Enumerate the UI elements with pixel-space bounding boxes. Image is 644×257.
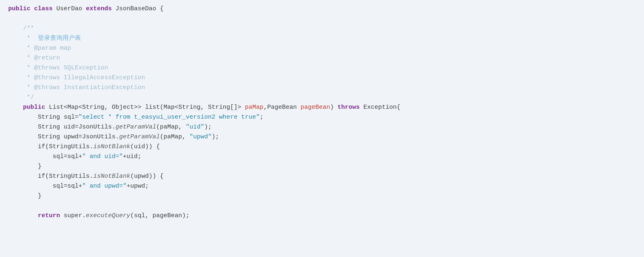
- code-token: List<Map<String, Object>> list(Map<Strin…: [49, 103, 245, 112]
- code-token: class: [34, 4, 56, 14]
- code-token: @throws: [34, 83, 60, 93]
- code-token: " and uid=": [82, 152, 123, 162]
- code-line: sql=sql+" and upwd="+upwd;: [0, 181, 644, 191]
- code-token: if(StringUtils.: [8, 142, 93, 152]
- code-line: * @param map: [0, 44, 644, 53]
- code-line: * @throws SQLException: [0, 63, 644, 73]
- code-line: }: [0, 162, 644, 172]
- code-line: if(StringUtils.isNotBlank(uid)) {: [0, 142, 644, 152]
- code-token: isNotBlank: [93, 142, 130, 152]
- code-line: * @throws InstantiationException: [0, 83, 644, 93]
- code-token: throws: [337, 103, 363, 112]
- code-token: if(StringUtils.: [8, 172, 93, 181]
- code-token: sql=sql+: [8, 152, 82, 162]
- code-line: [0, 201, 644, 211]
- code-line: sql=sql+" and uid="+uid;: [0, 152, 644, 162]
- code-token: }: [8, 162, 42, 172]
- code-token: extends: [86, 4, 115, 14]
- code-token: }: [8, 191, 42, 201]
- code-token: public: [8, 4, 34, 14]
- code-token: getParamVal: [115, 122, 156, 132]
- code-token: */: [8, 93, 34, 103]
- code-token: @param: [34, 44, 56, 53]
- code-token: +uid;: [123, 152, 141, 162]
- code-token: +upwd;: [127, 181, 149, 191]
- code-token: sql=sql+: [8, 181, 82, 191]
- code-token: String upwd=JsonUtils.: [8, 132, 119, 142]
- code-token: paMap: [245, 103, 263, 112]
- code-token: (uid)) {: [130, 142, 160, 152]
- code-token: public: [8, 103, 49, 112]
- code-token: *: [8, 73, 34, 83]
- code-token: InstantiationException: [60, 83, 145, 93]
- code-token: isNotBlank: [93, 172, 130, 181]
- code-token: getParamVal: [119, 132, 160, 142]
- code-line: String sql="select * from t_easyui_user_…: [0, 112, 644, 122]
- code-token: UserDao: [56, 4, 86, 14]
- code-token: Exception{: [363, 103, 400, 112]
- code-token: JsonBaseDao {: [115, 4, 164, 14]
- code-token: ): [330, 103, 337, 112]
- code-token: executeQuery: [86, 211, 130, 221]
- code-line: public class UserDao extends JsonBaseDao…: [0, 4, 644, 14]
- code-line: String upwd=JsonUtils.getParamVal(paMap,…: [0, 132, 644, 142]
- code-token: map: [56, 44, 71, 53]
- code-token: @throws: [34, 63, 60, 73]
- code-token: super.: [64, 211, 86, 221]
- code-line: */: [0, 93, 644, 103]
- code-token: @throws: [34, 73, 60, 83]
- code-line: [0, 14, 644, 24]
- code-token: *: [8, 83, 34, 93]
- code-line: return super.executeQuery(sql, pageBean)…: [0, 211, 644, 221]
- code-token: *: [8, 34, 38, 44]
- code-line: /**: [0, 24, 644, 34]
- code-token: return: [8, 211, 64, 221]
- code-token: " and upwd=": [82, 181, 127, 191]
- code-token: pageBean: [300, 103, 330, 112]
- code-token: "select * from t_easyui_user_version2 wh…: [78, 112, 260, 122]
- code-line: * @throws IllegalAccessException: [0, 73, 644, 83]
- code-token: *: [8, 63, 34, 73]
- code-token: (paMap,: [156, 122, 186, 132]
- code-token: (sql, pageBean);: [130, 211, 189, 221]
- code-line: * @return: [0, 53, 644, 63]
- code-token: (upwd)) {: [130, 172, 164, 181]
- code-token: SQLException: [60, 63, 108, 73]
- code-token: /**: [8, 24, 34, 34]
- code-token: 登录查询用户表: [38, 34, 81, 44]
- code-line: * 登录查询用户表: [0, 34, 644, 44]
- code-line: }: [0, 191, 644, 201]
- code-token: );: [204, 122, 212, 132]
- code-line: String uid=JsonUtils.getParamVal(paMap, …: [0, 122, 644, 132]
- code-line: if(StringUtils.isNotBlank(upwd)) {: [0, 172, 644, 181]
- code-token: "uid": [186, 122, 204, 132]
- code-token: ,PageBean: [263, 103, 300, 112]
- code-line: public List<Map<String, Object>> list(Ma…: [0, 103, 644, 112]
- code-token: IllegalAccessException: [60, 73, 145, 83]
- code-token: ;: [260, 112, 263, 122]
- code-token: "upwd": [189, 132, 212, 142]
- code-token: *: [8, 53, 34, 63]
- code-editor: public class UserDao extends JsonBaseDao…: [0, 0, 644, 257]
- code-token: );: [212, 132, 219, 142]
- code-token: @return: [34, 53, 60, 63]
- code-token: String sql=: [8, 112, 78, 122]
- code-token: (paMap,: [160, 132, 189, 142]
- code-token: String uid=JsonUtils.: [8, 122, 115, 132]
- code-token: *: [8, 44, 34, 53]
